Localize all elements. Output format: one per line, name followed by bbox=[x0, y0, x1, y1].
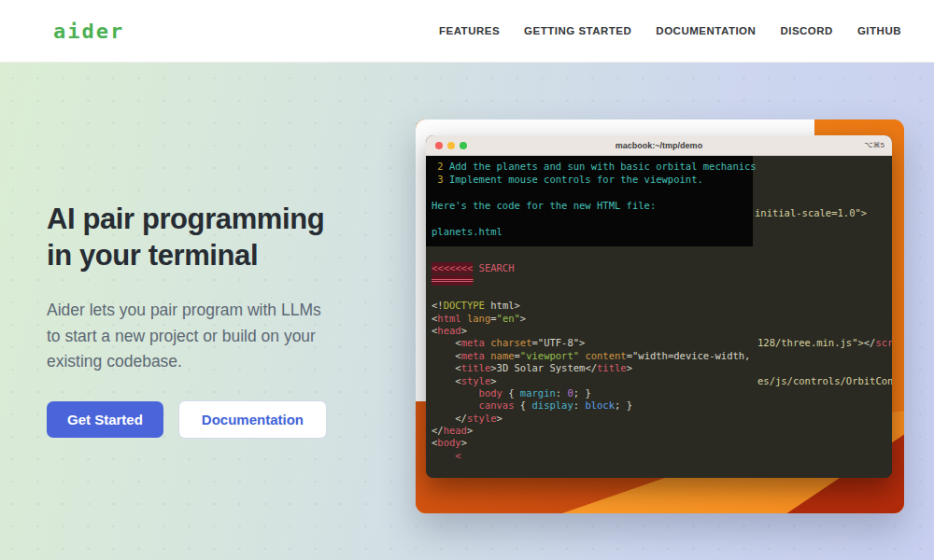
terminal-token: { bbox=[502, 387, 520, 399]
terminal-token: > bbox=[520, 313, 526, 324]
terminal-token bbox=[432, 375, 455, 386]
nav-link-discord[interactable]: DISCORD bbox=[780, 25, 833, 36]
terminal-token: body bbox=[479, 387, 502, 399]
terminal-token: SEARCH bbox=[473, 262, 514, 273]
terminal-token: Add the planets and sun with basic orbit… bbox=[449, 161, 757, 172]
terminal-token bbox=[432, 450, 455, 461]
terminal-token: display bbox=[531, 399, 573, 411]
terminal-token: head bbox=[444, 425, 467, 436]
terminal-code-line: </head> bbox=[432, 425, 892, 437]
terminal-token: <! bbox=[432, 300, 444, 311]
terminal-code-output: <<<<<<< SEARCH═══════<!DOCTYPE html><htm… bbox=[432, 262, 892, 462]
documentation-button[interactable]: Documentation bbox=[178, 400, 327, 439]
terminal-token: style bbox=[467, 413, 497, 424]
terminal-code-line: <html lang="en"> bbox=[432, 313, 892, 325]
hero-section: AI pair programming in your terminal Aid… bbox=[47, 201, 392, 439]
terminal-token: : bbox=[573, 399, 586, 411]
terminal-code-line: <title>3D Solar System</title> bbox=[432, 362, 892, 374]
terminal-token bbox=[432, 399, 479, 411]
terminal-token: > bbox=[497, 413, 502, 424]
terminal-code-line: <body> bbox=[432, 437, 892, 449]
nav: FEATURESGETTING STARTEDDOCUMENTATIONDISC… bbox=[439, 25, 901, 36]
terminal-code-line: body { margin: 0; } bbox=[432, 387, 892, 399]
terminal-showcase-card: macbook:~/tmp/demo ⌥⌘5 2 Add the planets… bbox=[416, 119, 904, 513]
terminal-token: > bbox=[461, 437, 467, 448]
terminal-token: style bbox=[461, 375, 491, 386]
terminal-token: name bbox=[485, 350, 515, 361]
terminal-clipped-fragment: 128/three.min.js"></scr bbox=[757, 337, 892, 349]
page-title-line1: AI pair programming bbox=[47, 203, 324, 235]
terminal-token: 2 bbox=[432, 161, 449, 172]
terminal-token bbox=[432, 413, 455, 424]
page-title: AI pair programming in your terminal bbox=[47, 201, 392, 273]
terminal-token: lang bbox=[461, 313, 491, 324]
terminal-token: html bbox=[485, 300, 515, 311]
terminal-token: ; } bbox=[573, 387, 591, 399]
terminal-token: </ bbox=[585, 362, 597, 373]
hero-buttons: Get Started Documentation bbox=[47, 400, 392, 439]
terminal-window: macbook:~/tmp/demo ⌥⌘5 2 Add the planets… bbox=[426, 135, 892, 478]
terminal-token: </ bbox=[455, 413, 467, 424]
nav-link-getting-started[interactable]: GETTING STARTED bbox=[524, 25, 631, 36]
terminal-token: > bbox=[515, 300, 520, 311]
terminal-chat-line: planets.html bbox=[432, 225, 753, 238]
terminal-token: margin bbox=[520, 387, 556, 399]
terminal-token: "width=device-width, bbox=[632, 350, 750, 361]
header: aider FEATURESGETTING STARTEDDOCUMENTATI… bbox=[0, 0, 934, 63]
terminal-token: ; } bbox=[615, 399, 632, 411]
terminal-token: "en" bbox=[497, 313, 520, 324]
terminal-token: ═══════ bbox=[432, 274, 473, 286]
nav-link-features[interactable]: FEATURES bbox=[439, 25, 500, 36]
terminal-token: > bbox=[627, 362, 632, 373]
terminal-code-line: <style>es/js/controls/OrbitCon bbox=[432, 375, 892, 387]
terminal-token: body bbox=[437, 437, 460, 448]
terminal-token: head bbox=[437, 325, 460, 336]
hero-description: Aider lets you pair program with LLMs to… bbox=[47, 298, 392, 375]
terminal-token: planets.html bbox=[432, 226, 502, 237]
terminal-token bbox=[432, 362, 455, 373]
terminal-token: > bbox=[461, 325, 467, 336]
terminal-token: : bbox=[556, 387, 568, 399]
terminal-token: title bbox=[597, 362, 627, 373]
terminal-chat-line: 2 Add the planets and sun with basic orb… bbox=[432, 160, 753, 173]
terminal-token: charset bbox=[485, 337, 532, 348]
terminal-token: DOCTYPE bbox=[444, 300, 485, 311]
terminal-token: "UTF-8" bbox=[538, 337, 579, 348]
nav-link-documentation[interactable]: DOCUMENTATION bbox=[656, 25, 756, 36]
terminal-token: block bbox=[585, 399, 615, 411]
hero-description-line: to start a new project or build on your bbox=[47, 324, 392, 350]
terminal-token: content bbox=[579, 350, 627, 361]
hero-description-line: existing codebase. bbox=[47, 349, 392, 375]
terminal-body: 2 Add the planets and sun with basic orb… bbox=[426, 156, 892, 478]
terminal-chat-line bbox=[432, 212, 753, 225]
get-started-button[interactable]: Get Started bbox=[47, 401, 163, 438]
terminal-chat-line: Here's the code for the new HTML file: bbox=[432, 199, 753, 212]
terminal-token: > bbox=[490, 375, 496, 386]
terminal-token: title bbox=[461, 362, 491, 373]
logo[interactable]: aider bbox=[53, 20, 124, 43]
terminal-token: Implement mouse controls for the viewpoi… bbox=[449, 174, 703, 185]
terminal-token: 128/three.min.js"> bbox=[757, 337, 864, 348]
terminal-token: scr bbox=[875, 337, 892, 348]
terminal-chat-overlay: 2 Add the planets and sun with basic orb… bbox=[426, 156, 753, 246]
terminal-shortcut-badge: ⌥⌘5 bbox=[864, 141, 884, 149]
terminal-code-line: </style> bbox=[432, 413, 892, 425]
terminal-code-line: <!DOCTYPE html> bbox=[432, 300, 892, 312]
terminal-token: es/js/controls/OrbitCon bbox=[757, 375, 892, 386]
terminal-token: meta bbox=[461, 337, 485, 348]
terminal-token: 3D Solar System bbox=[497, 362, 586, 373]
page-title-line2: in your terminal bbox=[47, 239, 258, 272]
terminal-token: </ bbox=[432, 425, 444, 436]
terminal-code-line: < bbox=[432, 450, 892, 462]
terminal-chat-line: 3 Implement mouse controls for the viewp… bbox=[432, 173, 753, 186]
terminal-code-line: <meta charset="UTF-8">128/three.min.js">… bbox=[432, 337, 892, 349]
terminal-token: > bbox=[579, 337, 585, 348]
terminal-code-line: canvas { display: block; } bbox=[432, 399, 892, 412]
terminal-token: 3 bbox=[432, 174, 449, 185]
nav-link-github[interactable]: GITHUB bbox=[857, 25, 901, 36]
terminal-token: > bbox=[467, 425, 473, 436]
terminal-token: < bbox=[455, 450, 460, 461]
terminal-code-line: <<<<<<< SEARCH bbox=[432, 262, 892, 274]
terminal-code-line: <head> bbox=[432, 325, 892, 337]
terminal-titlebar[interactable]: macbook:~/tmp/demo ⌥⌘5 bbox=[426, 135, 892, 156]
